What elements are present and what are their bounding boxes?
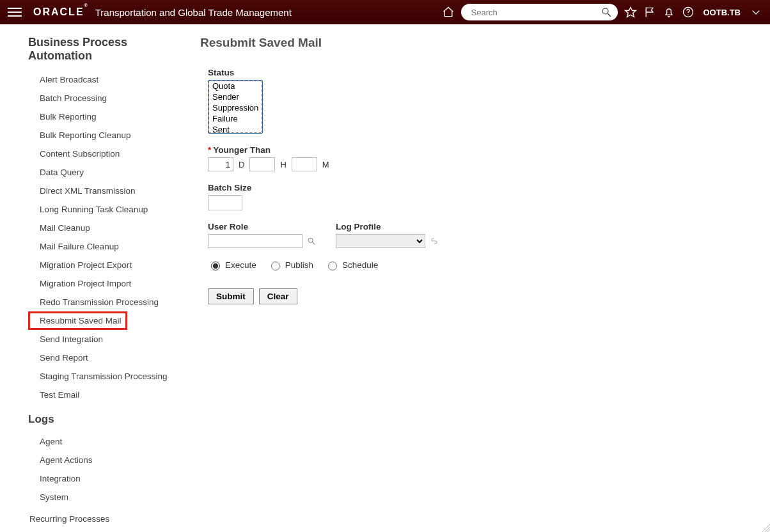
svg-line-9 bbox=[767, 529, 770, 532]
sidebar-item[interactable]: Test Email bbox=[28, 386, 189, 404]
sidebar-section-logs: Logs bbox=[28, 413, 189, 426]
submit-button[interactable]: Submit bbox=[208, 288, 254, 304]
sidebar-item[interactable]: Redo Transmission Processing bbox=[28, 293, 189, 311]
svg-point-0 bbox=[602, 8, 608, 14]
sidebar-item-recurring[interactable]: Recurring Processes bbox=[28, 506, 189, 524]
user-label[interactable]: OOTB.TB bbox=[703, 8, 741, 17]
radio-schedule[interactable]: Schedule bbox=[325, 260, 378, 270]
lookup-icon[interactable] bbox=[305, 235, 318, 247]
sidebar-item[interactable]: Long Running Task Cleanup bbox=[28, 200, 189, 219]
menu-icon[interactable] bbox=[8, 5, 22, 19]
flag-icon[interactable] bbox=[643, 6, 656, 19]
chevron-down-icon[interactable] bbox=[750, 6, 762, 19]
top-bar: ORACLE® Transportation and Global Trade … bbox=[0, 0, 770, 24]
svg-line-8 bbox=[765, 527, 770, 532]
unit-h: H bbox=[278, 160, 288, 169]
sidebar-item[interactable]: Staging Transmission Processing bbox=[28, 367, 189, 386]
log-profile-label: Log Profile bbox=[336, 222, 441, 231]
svg-point-4 bbox=[688, 15, 688, 15]
unit-d: D bbox=[236, 160, 247, 169]
help-icon[interactable] bbox=[682, 6, 695, 19]
sidebar-item[interactable]: Migration Project Export bbox=[28, 256, 189, 274]
oracle-logo: ORACLE® bbox=[33, 6, 89, 18]
user-role-label: User Role bbox=[208, 222, 318, 231]
younger-than-m-input[interactable] bbox=[292, 157, 317, 171]
home-icon[interactable] bbox=[442, 6, 455, 19]
sidebar-item[interactable]: Send Report bbox=[28, 348, 189, 367]
svg-line-6 bbox=[312, 242, 315, 244]
link-icon[interactable] bbox=[428, 235, 441, 247]
status-select[interactable]: QuotaSenderSuppressionFailureSent bbox=[208, 80, 263, 134]
resize-handle-icon bbox=[760, 522, 770, 532]
sidebar-item[interactable]: Data Query bbox=[28, 163, 189, 182]
log-profile-select[interactable] bbox=[336, 234, 425, 248]
younger-than-d-input[interactable] bbox=[208, 157, 233, 171]
status-label: Status bbox=[208, 68, 757, 77]
clear-button[interactable]: Clear bbox=[259, 288, 297, 304]
user-role-input[interactable] bbox=[208, 234, 302, 248]
sidebar-item[interactable]: Migration Project Import bbox=[28, 274, 189, 293]
app-title: Transportation and Global Trade Manageme… bbox=[95, 7, 292, 18]
sidebar: Business Process Automation Alert Broadc… bbox=[0, 24, 189, 532]
sidebar-item[interactable]: Alert Broadcast bbox=[28, 70, 189, 89]
sidebar-item[interactable]: Mail Cleanup bbox=[28, 219, 189, 237]
batch-size-label: Batch Size bbox=[208, 183, 757, 192]
sidebar-item[interactable]: Bulk Reporting bbox=[28, 107, 189, 126]
sidebar-item[interactable]: Bulk Reporting Cleanup bbox=[28, 126, 189, 145]
sidebar-item[interactable]: Resubmit Saved Mail bbox=[28, 311, 127, 330]
sidebar-item[interactable]: Batch Processing bbox=[28, 89, 189, 107]
main-content: Resubmit Saved Mail Status QuotaSenderSu… bbox=[189, 24, 770, 532]
sidebar-item[interactable]: Direct XML Transmission bbox=[28, 182, 189, 200]
younger-than-h-input[interactable] bbox=[249, 157, 275, 171]
svg-point-5 bbox=[308, 238, 313, 242]
search-input[interactable] bbox=[470, 7, 600, 18]
younger-than-label: *Younger Than bbox=[208, 145, 757, 155]
sidebar-item[interactable]: System bbox=[28, 488, 189, 506]
svg-line-1 bbox=[608, 13, 611, 17]
batch-size-input[interactable] bbox=[208, 195, 242, 210]
star-icon[interactable] bbox=[624, 6, 637, 19]
search-icon[interactable] bbox=[600, 6, 613, 19]
sidebar-item[interactable]: Content Subscription bbox=[28, 145, 189, 163]
sidebar-item[interactable]: Mail Failure Cleanup bbox=[28, 237, 189, 256]
page-title: Resubmit Saved Mail bbox=[200, 36, 757, 50]
search-input-wrap bbox=[461, 4, 618, 20]
sidebar-section-bpa: Business Process Automation bbox=[28, 36, 189, 63]
bell-icon[interactable] bbox=[663, 6, 675, 19]
sidebar-item[interactable]: Agent bbox=[28, 432, 189, 451]
radio-execute[interactable]: Execute bbox=[208, 260, 256, 270]
sidebar-item[interactable]: Send Integration bbox=[28, 330, 189, 348]
svg-marker-2 bbox=[625, 8, 636, 17]
sidebar-item[interactable]: Agent Actions bbox=[28, 451, 189, 469]
sidebar-item[interactable]: Integration bbox=[28, 469, 189, 488]
unit-m: M bbox=[320, 160, 332, 169]
radio-publish[interactable]: Publish bbox=[268, 260, 313, 270]
